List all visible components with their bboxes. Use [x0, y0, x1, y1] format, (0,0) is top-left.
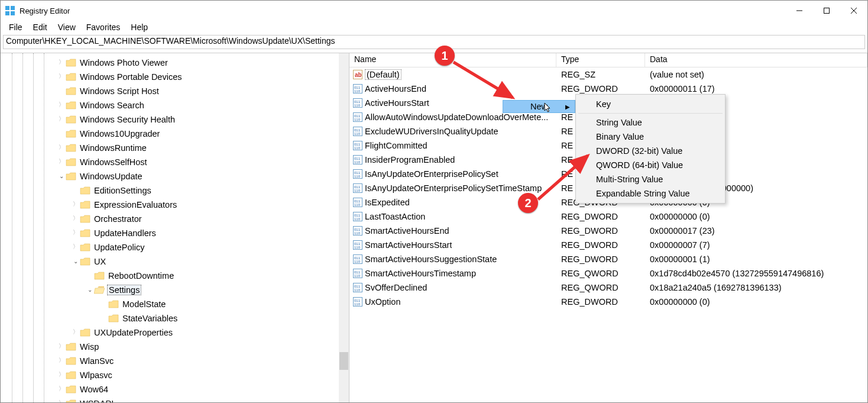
new-submenu: KeyString ValueBinary ValueDWORD (32-bit… — [575, 94, 726, 204]
value-row[interactable]: 011110UxOptionREG_DWORD0x00000000 (0) — [349, 295, 867, 309]
value-row[interactable]: 011110SmartActiveHoursTimestampREG_QWORD… — [349, 266, 867, 281]
svg-text:110: 110 — [354, 189, 361, 192]
tree-node[interactable]: 〉WindowsRuntime — [1, 141, 349, 155]
tree-node[interactable]: ⌄WindowsUpdate — [1, 169, 349, 183]
tree-node[interactable]: 〉Windows Search — [1, 98, 349, 112]
tree-node[interactable]: 〉Windows Photo Viewer — [1, 56, 349, 70]
value-type: REG_DWORD — [556, 240, 645, 250]
tree-node-label: Windows10Upgrader — [80, 129, 160, 138]
svg-rect-0 — [5, 6, 9, 10]
tree-node-label: Settings — [109, 285, 140, 295]
context-menu-new[interactable]: New ▶ — [503, 100, 575, 113]
submenu-item[interactable]: Expandable String Value — [577, 186, 724, 201]
menu-file[interactable]: File — [4, 22, 27, 32]
value-name: InsiderProgramEnabled — [365, 155, 455, 165]
submenu-item[interactable]: QWORD (64-bit) Value — [577, 158, 724, 172]
menu-favorites[interactable]: Favorites — [82, 22, 125, 32]
tree-node[interactable]: 〉WindowsSelfHost — [1, 155, 349, 169]
value-data: 0x18a21a240a5 (1692781396133) — [645, 283, 867, 292]
menu-help[interactable]: Help — [126, 22, 153, 32]
chevron-right-icon[interactable]: 〉 — [57, 342, 66, 350]
menu-view[interactable]: View — [53, 22, 80, 32]
chevron-down-icon[interactable]: ⌄ — [57, 173, 66, 179]
svg-rect-2 — [5, 11, 9, 15]
chevron-right-icon[interactable]: 〉 — [57, 356, 66, 365]
tree-node[interactable]: 〉UpdatePolicy — [1, 240, 349, 254]
value-name: ActiveHoursEnd — [365, 84, 426, 94]
menu-separator — [578, 113, 723, 114]
tree-node[interactable]: ModelState — [1, 297, 349, 311]
submenu-item[interactable]: Binary Value — [577, 130, 724, 144]
tree-node[interactable]: Windows Script Host — [1, 84, 349, 98]
tree-node-label: RebootDowntime — [108, 271, 174, 281]
tree-node[interactable]: 〉WlanSvc — [1, 354, 349, 368]
scrollbar-thumb[interactable] — [339, 352, 348, 370]
column-type[interactable]: Type — [556, 53, 645, 67]
chevron-right-icon[interactable]: 〉 — [72, 214, 80, 223]
chevron-right-icon[interactable]: 〉 — [57, 101, 66, 109]
value-row[interactable]: 011110LastToastActionREG_DWORD0x00000000… — [349, 209, 867, 224]
tree-node[interactable]: ⌄UX — [1, 254, 349, 269]
submenu-item[interactable]: String Value — [577, 115, 724, 130]
chevron-right-icon[interactable]: 〉 — [57, 72, 66, 80]
tree-node[interactable]: 〉Wow64 — [1, 382, 349, 396]
tree-node[interactable]: ⌄Settings — [1, 283, 349, 297]
value-name: IsExpedited — [365, 198, 410, 207]
value-name: SvOfferDeclined — [365, 283, 427, 292]
chevron-right-icon[interactable]: 〉 — [57, 58, 66, 66]
list-header: Name Type Data — [349, 53, 867, 67]
tree-scrollbar[interactable] — [339, 53, 349, 402]
minimize-button[interactable] — [786, 1, 813, 21]
tree-node[interactable]: 〉ExpressionEvaluators — [1, 198, 349, 212]
tree-node-label: Wisp — [80, 342, 99, 352]
close-button[interactable] — [840, 1, 867, 21]
tree-node[interactable]: 〉WSDAPI — [1, 396, 349, 402]
chevron-right-icon[interactable]: 〉 — [57, 370, 66, 379]
tree-node-label: Wow64 — [80, 385, 108, 394]
value-row[interactable]: 011110SmartActiveHoursSuggestionStateREG… — [349, 252, 867, 266]
chevron-right-icon[interactable]: 〉 — [57, 385, 66, 393]
column-data[interactable]: Data — [645, 53, 867, 67]
tree-node-label: UpdatePolicy — [94, 243, 144, 252]
chevron-right-icon[interactable]: 〉 — [72, 200, 80, 208]
tree-node[interactable]: EditionSettings — [1, 183, 349, 198]
value-row[interactable]: 011110SmartActiveHoursEndREG_DWORD0x0000… — [349, 224, 867, 238]
chevron-right-icon[interactable]: 〉 — [57, 157, 66, 166]
tree-node[interactable]: 〉Wisp — [1, 340, 349, 354]
tree-node[interactable]: 〉Windows Portable Devices — [1, 70, 349, 84]
chevron-right-icon[interactable]: 〉 — [57, 115, 66, 123]
value-name: SmartActiveHoursSuggestionState — [365, 254, 497, 264]
chevron-down-icon[interactable]: ⌄ — [72, 258, 80, 265]
menu-edit[interactable]: Edit — [28, 22, 52, 32]
tree-node[interactable]: 〉UpdateHandlers — [1, 226, 349, 240]
chevron-right-icon[interactable]: 〉 — [72, 243, 80, 251]
value-name: SmartActiveHoursStart — [365, 240, 452, 250]
svg-text:110: 110 — [354, 231, 361, 235]
value-row[interactable]: 011110SvOfferDeclinedREG_QWORD0x18a21a24… — [349, 281, 867, 295]
submenu-item[interactable]: Key — [577, 97, 724, 111]
chevron-right-icon[interactable]: 〉 — [57, 399, 66, 402]
chevron-right-icon[interactable]: 〉 — [57, 143, 66, 151]
tree-node[interactable]: 〉Windows Security Health — [1, 112, 349, 127]
tree-node-label: UXUpdateProperties — [94, 328, 173, 337]
tree-node[interactable]: 〉UXUpdateProperties — [1, 325, 349, 340]
svg-text:110: 110 — [354, 118, 361, 121]
value-row[interactable]: 011110SmartActiveHoursStartREG_DWORD0x00… — [349, 238, 867, 252]
chevron-right-icon[interactable]: 〉 — [72, 228, 80, 237]
tree-node[interactable]: RebootDowntime — [1, 269, 349, 283]
submenu-item[interactable]: Multi-String Value — [577, 172, 724, 186]
value-type: REG_DWORD — [556, 84, 645, 94]
window-title: Registry Editor — [20, 7, 786, 15]
tree-node[interactable]: StateVariables — [1, 311, 349, 325]
tree-node[interactable]: 〉Orchestrator — [1, 212, 349, 226]
chevron-down-icon[interactable]: ⌄ — [86, 286, 94, 293]
tree-node[interactable]: Windows10Upgrader — [1, 127, 349, 141]
value-name: AllowAutoWindowsUpdateDownloadOverMete..… — [365, 112, 548, 122]
address-bar[interactable]: Computer\HKEY_LOCAL_MACHINE\SOFTWARE\Mic… — [3, 35, 865, 49]
value-row[interactable]: ab(Default)REG_SZ(value not set) — [349, 67, 867, 82]
chevron-right-icon[interactable]: 〉 — [72, 328, 80, 336]
submenu-item[interactable]: DWORD (32-bit) Value — [577, 144, 724, 158]
tree-node[interactable]: 〉Wlpasvc — [1, 368, 349, 382]
value-name: UxOption — [365, 297, 400, 307]
maximize-button[interactable] — [813, 1, 840, 21]
